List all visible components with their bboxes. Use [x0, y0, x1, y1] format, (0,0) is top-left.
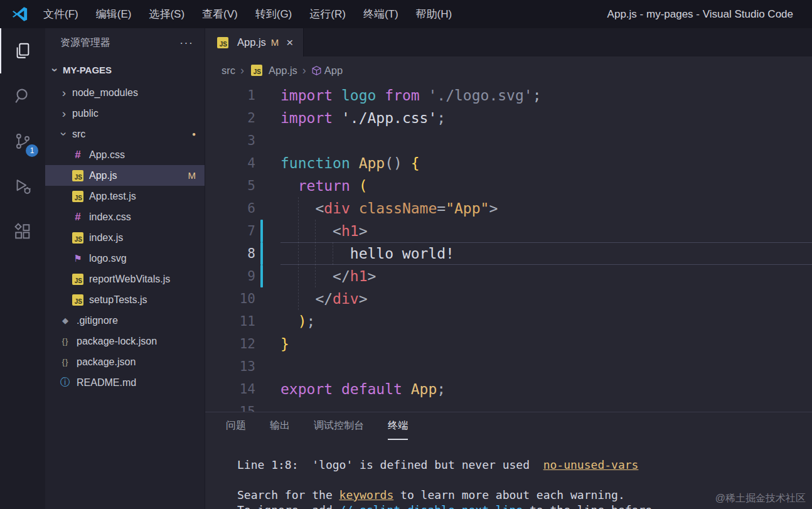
file-label: logo.svg: [89, 253, 127, 264]
activity-bar: 1: [0, 28, 45, 509]
file-tree-item-public[interactable]: ›public: [45, 103, 205, 124]
line-number: 11: [205, 310, 255, 333]
file-tree-item-index.js[interactable]: JSindex.js: [45, 227, 205, 248]
file-tree-item-package.json[interactable]: {}package.json: [45, 351, 205, 372]
terminal-link[interactable]: keywords: [339, 488, 394, 501]
code-line-1[interactable]: 1import logo from './logo.svg';: [205, 84, 812, 107]
line-number: 3: [205, 129, 255, 152]
code-line-10[interactable]: 10 </div>: [205, 287, 812, 310]
code-text: [280, 400, 812, 412]
menu-item-终端(T)[interactable]: 终端(T): [355, 0, 407, 28]
line-number: 10: [205, 287, 255, 310]
gutter-marker: [255, 129, 280, 152]
activity-extensions-icon[interactable]: [0, 209, 45, 254]
terminal-text: 'logo' is defined but never used: [312, 458, 543, 471]
activity-explorer-icon[interactable]: [0, 28, 45, 73]
panel-tab-终端[interactable]: 终端: [388, 412, 408, 440]
line-number: 6: [205, 197, 255, 220]
code-line-9[interactable]: 9 </h1>: [205, 265, 812, 287]
activity-source-control-icon[interactable]: 1: [0, 119, 45, 164]
code-line-12[interactable]: 12}: [205, 333, 812, 355]
file-label: README.md: [77, 377, 136, 388]
tab-close-icon[interactable]: ×: [286, 36, 293, 50]
terminal-link[interactable]: // eslint-disable-next-line: [339, 503, 523, 509]
panel-tab-调试控制台[interactable]: 调试控制台: [314, 412, 364, 440]
file-tree-item-App.js[interactable]: JSApp.jsM: [45, 165, 205, 186]
readme-file-icon: ⓘ: [58, 376, 73, 389]
more-actions-button[interactable]: ···: [179, 36, 193, 50]
code-line-15[interactable]: 15: [205, 400, 812, 412]
panel-tab-输出[interactable]: 输出: [270, 412, 290, 440]
code-line-2[interactable]: 2import './App.css';: [205, 107, 812, 129]
menu-item-文件(F)[interactable]: 文件(F): [35, 0, 87, 28]
panel-tab-问题[interactable]: 问题: [226, 412, 246, 440]
activity-search-icon[interactable]: [0, 73, 45, 119]
activity-run-debug-icon[interactable]: [0, 164, 45, 209]
code-area[interactable]: 1import logo from './logo.svg';2import '…: [205, 84, 812, 412]
tab-app-js[interactable]: JS App.js M ×: [205, 28, 304, 56]
modified-line-indicator: [260, 220, 263, 242]
gutter-marker: [255, 242, 280, 265]
code-text: import logo from './logo.svg';: [280, 84, 812, 107]
file-label: setupTests.js: [89, 294, 147, 306]
menu-item-选择(S)[interactable]: 选择(S): [140, 0, 193, 28]
file-label: App.js: [89, 170, 117, 181]
js-file-icon: JS: [72, 170, 83, 181]
code-line-4[interactable]: 4function App() {: [205, 152, 812, 174]
file-tree-item-README.md[interactable]: ⓘREADME.md: [45, 372, 205, 393]
code-line-14[interactable]: 14export default App;: [205, 378, 812, 400]
indent-guide: [333, 242, 333, 265]
terminal-link[interactable]: no-unused-vars: [543, 458, 639, 471]
code-line-5[interactable]: 5 return (: [205, 174, 812, 197]
modified-line-indicator: [260, 242, 263, 265]
menu-item-查看(V)[interactable]: 查看(V): [193, 0, 247, 28]
code-line-3[interactable]: 3: [205, 129, 812, 152]
line-number: 4: [205, 152, 255, 174]
file-tree-item-src[interactable]: ›src●: [45, 124, 205, 144]
code-text: }: [280, 333, 812, 355]
code-text: return (: [280, 174, 812, 197]
code-text: import './App.css';: [280, 107, 812, 129]
editor-group: JS App.js M × src›JSApp.js›App 1import l…: [205, 28, 812, 509]
gutter-marker: [255, 220, 280, 242]
code-text: [280, 355, 812, 378]
file-tree-item-package-lock.json[interactable]: {}package-lock.json: [45, 331, 205, 351]
explorer-title: 资源管理器: [60, 36, 110, 50]
breadcrumb: src›JSApp.js›App: [205, 56, 812, 84]
breadcrumb-item-App.js[interactable]: JSApp.js: [249, 65, 297, 77]
tab-bar: JS App.js M ×: [205, 28, 812, 56]
file-tree-item-.gitignore[interactable]: ◆.gitignore: [45, 310, 205, 331]
tab-modified-badge: M: [271, 37, 279, 48]
file-tree-item-reportWebVitals.js[interactable]: JSreportWebVitals.js: [45, 269, 205, 289]
menu-item-编辑(E)[interactable]: 编辑(E): [87, 0, 141, 28]
breadcrumb-item-src[interactable]: src: [222, 65, 235, 77]
file-tree-item-node_modules[interactable]: ›node_modules: [45, 82, 205, 103]
gutter-marker: [255, 400, 280, 412]
menu-item-帮助(H)[interactable]: 帮助(H): [407, 0, 461, 28]
code-text: <h1>: [280, 220, 812, 242]
menu-item-转到(G)[interactable]: 转到(G): [247, 0, 301, 28]
section-my-pages[interactable]: › MY-PAGES: [45, 57, 205, 82]
breadcrumb-label: src: [222, 65, 235, 77]
line-number: 7: [205, 220, 255, 242]
code-text: );: [280, 310, 812, 333]
title-bar: 文件(F)编辑(E)选择(S)查看(V)转到(G)运行(R)终端(T)帮助(H)…: [0, 0, 812, 28]
menu-item-运行(R)[interactable]: 运行(R): [301, 0, 355, 28]
file-tree-item-setupTests.js[interactable]: JSsetupTests.js: [45, 289, 205, 310]
file-tree-item-App.test.js[interactable]: JSApp.test.js: [45, 186, 205, 206]
file-tree-item-index.css[interactable]: #index.css: [45, 206, 205, 227]
code-line-6[interactable]: 6 <div className="App">: [205, 197, 812, 220]
code-line-8[interactable]: 8 hello world!: [205, 242, 812, 265]
file-tree-item-logo.svg[interactable]: ⚑logo.svg: [45, 248, 205, 269]
file-label: src: [72, 129, 85, 140]
workbench: 1 资源管理器 ··· › MY-PAGES ›node_modules›pub…: [0, 28, 812, 509]
code-line-11[interactable]: 11 );: [205, 310, 812, 333]
gutter-marker: [255, 84, 280, 107]
file-tree-item-App.css[interactable]: #App.css: [45, 144, 205, 165]
code-line-7[interactable]: 7 <h1>: [205, 220, 812, 242]
gutter-marker: [255, 197, 280, 220]
code-line-13[interactable]: 13: [205, 355, 812, 378]
breadcrumb-item-App[interactable]: App: [311, 65, 343, 77]
js-file-icon: JS: [72, 274, 83, 285]
svg-file-icon: ⚑: [70, 253, 85, 264]
